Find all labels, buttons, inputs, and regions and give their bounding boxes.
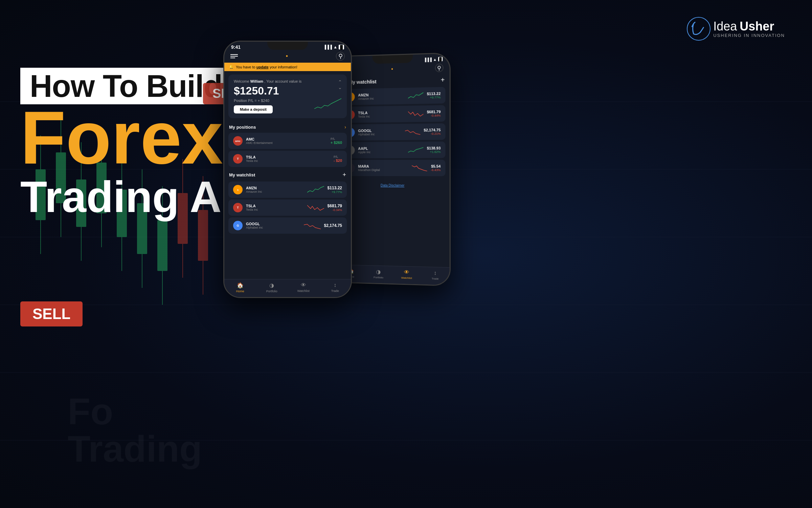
phone-1-bottom-nav: 🏠 Home ◑ Portfolio 👁 Watchlist ↕ Trade (224, 279, 351, 297)
p2-googl-sparkline (405, 128, 420, 136)
amzn-price: $113.22 +9.77% (328, 186, 342, 194)
p2-nav-trade[interactable]: ↕ Trade (421, 270, 450, 281)
watchlist-amzn[interactable]: a AMZN Amazon Inc $113.22 +9.77% (228, 182, 347, 198)
p2-portfolio-icon: ◑ (376, 269, 381, 275)
deposit-button[interactable]: Make a deposit (234, 105, 273, 113)
p2-mara-sparkline (412, 164, 427, 172)
p2-dots-icon: • (391, 66, 393, 72)
p2-tsla-price: $681.79 -0.44% (427, 110, 441, 118)
signal-icon: ▐▐▐ (323, 45, 332, 49)
amc-logo: amc (233, 136, 243, 146)
p2-trade-icon: ↕ (434, 270, 436, 276)
p2-aapl-price: $138.93 +1.62% (427, 146, 441, 153)
home-icon: 🏠 (237, 282, 244, 289)
phone-1: 9:41 ▐▐▐ ▲ █ • ⚲ 🔔 You have to (223, 41, 352, 298)
logo: Idea Usher USHERING IN INNOVATION (687, 17, 785, 41)
p2-nav-watchlist-label: Watchlist (401, 276, 412, 280)
logo-icon (687, 17, 710, 41)
p2-amzn[interactable]: a AMZN Amazon Inc $113.22 +9.77% (341, 87, 446, 105)
p2-aapl-info: AAPL Apple Inc (358, 146, 405, 154)
phone-1-screen: 9:41 ▐▐▐ ▲ █ • ⚲ 🔔 You have to (224, 42, 351, 297)
notif-text: You have to update your information! (236, 65, 297, 69)
watchlist-title: My watchlist (229, 172, 255, 177)
tsla-info: TSLA Tesla Inc (246, 155, 330, 163)
p2-amzn-sparkline (408, 92, 423, 100)
watchlist-header: My watchlist + (224, 169, 351, 180)
sell-badge-left-text: SELL (32, 305, 70, 322)
p2-nav-portfolio[interactable]: ◑ Portfolio (364, 268, 392, 279)
phone-2-status-icons: ▐▐▐ ▲ █ (424, 57, 443, 62)
logo-usher: Usher (740, 20, 774, 33)
p2-amzn-price: $113.22 +9.77% (427, 91, 441, 99)
p2-tsla-info: TSLA Tesla Inc (358, 110, 405, 118)
positions-header: My positions › (224, 122, 351, 131)
watermark: Fo Trading (68, 393, 202, 467)
phone-1-frame: 9:41 ▐▐▐ ▲ █ • ⚲ 🔔 You have to (223, 41, 352, 298)
p2-battery-icon: █ (438, 57, 443, 62)
phone-1-status-icons: ▐▐▐ ▲ █ (323, 45, 344, 49)
phone-2-notch (373, 55, 413, 64)
googl-info: GOOGL Alphabet Inc (246, 222, 300, 229)
p2-nav-watchlist[interactable]: 👁 Watchlist (392, 269, 421, 280)
data-disclaimer: Data Disclaimer (337, 178, 450, 192)
phone-2-frame: 9:41 ▐▐▐ ▲ █ • ⚲ ⋮ My watchlist (336, 52, 451, 286)
tsla-sparkline (307, 204, 324, 212)
amzn-sparkline (307, 186, 324, 194)
expand-icon[interactable]: ⌃⌄ (338, 79, 342, 90)
tsla-watch-logo: T (233, 203, 243, 212)
nav-trade[interactable]: ↕ Trade (319, 282, 351, 293)
p2-nav-trade-label: Trade (432, 277, 439, 280)
tsla-pl: P/L - $20 (334, 155, 342, 163)
nav-portfolio[interactable]: ◑ Portfolio (256, 282, 288, 293)
p2-googl-info: GOOGL Alphabet Inc (358, 128, 402, 136)
positions-arrow[interactable]: › (344, 124, 346, 130)
googl-sparkline (304, 221, 321, 230)
p2-nav-portfolio-label: Portfolio (374, 276, 383, 279)
amc-info: AMC AMC Entertainment (246, 137, 327, 145)
hamburger-icon[interactable] (230, 54, 238, 58)
p2-googl-price: $2,174.75 -0.21% (424, 128, 441, 135)
phone-1-time: 9:41 (231, 44, 241, 50)
username: William (250, 79, 263, 83)
welcome-text: Welcome William , Your account value is (234, 79, 341, 83)
googl-price: $2,174.75 (324, 223, 342, 228)
account-card: Welcome William , Your account value is … (228, 75, 347, 118)
search-icon[interactable]: ⚲ (336, 52, 345, 61)
welcome-label: Welcome (234, 79, 249, 83)
battery-icon: █ (339, 45, 344, 49)
p2-mara-price: $5.54 -6.43% (431, 164, 441, 172)
p2-watchlist-icon: 👁 (404, 269, 409, 275)
disclaimer-link[interactable]: Data Disclaimer (381, 184, 404, 187)
nav-home[interactable]: 🏠 Home (224, 282, 256, 293)
positions-title: My positions (229, 125, 256, 130)
notification-bar: 🔔 You have to update your information! (224, 63, 351, 71)
logo-text: Idea Usher USHERING IN INNOVATION (713, 20, 785, 38)
p2-mara[interactable]: M MARA Marathon Digital $5.54 -6.43% (341, 160, 446, 176)
mini-chart (314, 95, 341, 113)
nav-watchlist[interactable]: 👁 Watchlist (288, 282, 319, 293)
tsla-watch-info: TSLA Tesla Inc (246, 204, 304, 211)
p2-watchlist-title: My watchlist (349, 79, 377, 85)
p2-search-icon[interactable]: ⚲ (435, 64, 443, 72)
p2-googl[interactable]: G GOOGL Alphabet Inc $2,174.75 -0.21% (341, 123, 446, 141)
watchlist-googl[interactable]: G GOOGL Alphabet Inc $2,174.75 (228, 217, 347, 234)
watermark-line1: Fo (68, 393, 202, 430)
dots-icon: • (286, 53, 288, 60)
notif-link[interactable]: update (256, 65, 269, 69)
trade-icon: ↕ (334, 282, 336, 288)
watchlist-add-button[interactable]: + (342, 171, 346, 178)
p2-add-button[interactable]: + (441, 76, 445, 84)
p2-signal-icon: ▐▐▐ (424, 57, 432, 62)
notif-text-after: your information! (270, 65, 297, 69)
position-tsla[interactable]: T TSLA Tesla Inc P/L - $20 (228, 151, 347, 167)
logo-tagline: USHERING IN INNOVATION (713, 33, 785, 38)
p2-aapl[interactable]: AAPL Apple Inc $138.93 +1.62% (341, 142, 446, 158)
p2-tsla[interactable]: T TSLA Tesla Inc $681.79 -0.44% (341, 105, 446, 123)
position-amc[interactable]: amc AMC AMC Entertainment P/L + $260 (228, 133, 347, 149)
sell-badge-left: SELL (20, 301, 83, 326)
nav-watchlist-label: Watchlist (297, 289, 310, 293)
p2-mara-info: MARA Marathon Digital (358, 164, 408, 172)
watchlist-tsla[interactable]: T TSLA Tesla Inc $681.79 -0.34% (228, 199, 347, 216)
watchlist-icon: 👁 (301, 282, 306, 288)
notif-text-before: You have to (236, 65, 255, 69)
